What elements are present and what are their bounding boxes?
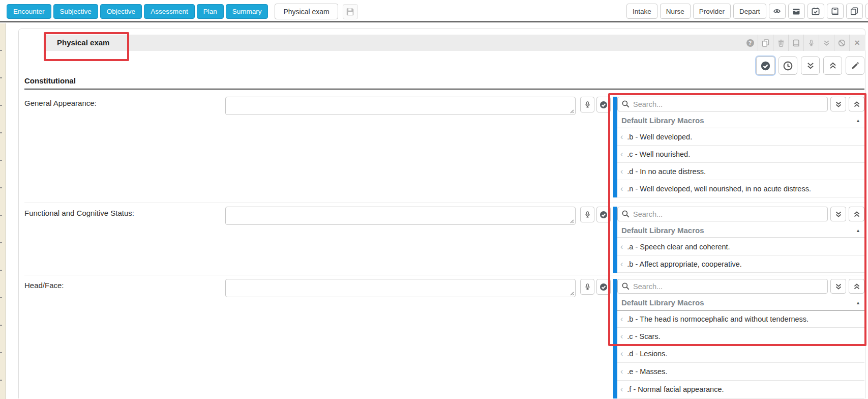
macro-item[interactable]: ‹.b - Well developed. (617, 128, 864, 146)
section-title: Physical exam (57, 35, 109, 51)
confirm-button[interactable] (596, 279, 611, 295)
search-icon (622, 210, 630, 218)
chevron-double-up-icon (829, 62, 837, 70)
book-button[interactable] (827, 4, 844, 19)
left-panel-ticks (0, 23, 2, 399)
chevron-left-icon: ‹ (620, 185, 623, 193)
chevron-left-icon: ‹ (620, 150, 623, 158)
microphone-icon (808, 39, 815, 47)
confirm-button[interactable] (596, 97, 611, 112)
tab-assessment[interactable]: Assessment (144, 4, 195, 19)
tab-encounter[interactable]: Encounter (7, 4, 51, 19)
macro-item[interactable]: ‹.a - Speech clear and coherent. (617, 238, 864, 255)
tab-objective[interactable]: Objective (100, 4, 142, 19)
help-button[interactable]: ? (742, 35, 758, 51)
depart-button[interactable]: Depart (733, 4, 766, 19)
app-root: Encounter Subjective Objective Assessmen… (0, 0, 868, 399)
macro-group-title: Default Library Macros (621, 298, 704, 307)
macro-item-label: .c - Scars. (627, 332, 660, 340)
copy-button[interactable] (846, 4, 863, 19)
calendar-check-button[interactable] (807, 4, 824, 19)
chevron-double-down-icon (823, 40, 830, 46)
row-divider (24, 275, 865, 275)
macro-search-input[interactable] (617, 207, 828, 221)
collapse-macros-button[interactable] (849, 279, 864, 294)
chevron-left-icon: ‹ (620, 367, 623, 376)
copy-icon (762, 39, 769, 47)
tab-summary[interactable]: Summary (226, 4, 268, 19)
macro-search-input[interactable] (617, 279, 828, 294)
collapse-section-button[interactable] (819, 35, 834, 51)
expand-all-button[interactable] (801, 56, 820, 75)
general-appearance-textarea[interactable] (225, 97, 576, 115)
tab-plan[interactable]: Plan (197, 4, 224, 19)
tab-subjective[interactable]: Subjective (53, 4, 98, 19)
chart-stage-buttons: Intake Nurse Provider Depart (626, 4, 868, 19)
eye-button[interactable] (769, 4, 786, 19)
close-section-button[interactable]: ✕ (849, 35, 864, 51)
macro-item[interactable]: ‹.b - The head is normocephalic and with… (617, 310, 864, 328)
check-circle-icon (600, 211, 608, 219)
head-face-textarea[interactable] (225, 279, 576, 297)
macro-group-header[interactable]: Default Library Macros ▲ (617, 295, 864, 310)
close-icon: ✕ (854, 39, 860, 47)
collapse-macros-button[interactable] (849, 207, 864, 221)
macro-item[interactable]: ‹.b - Affect appropriate, cooperative. (617, 255, 864, 273)
tab-physical-exam-active[interactable]: Physical exam (275, 4, 338, 19)
left-panel-handle[interactable] (0, 23, 6, 399)
macro-group-header[interactable]: Default Library Macros ▲ (617, 223, 864, 238)
library-button[interactable] (788, 35, 803, 51)
complete-button[interactable] (756, 56, 775, 75)
help-icon: ? (746, 39, 754, 47)
confirm-button[interactable] (596, 207, 611, 222)
chevron-left-icon: ‹ (620, 133, 623, 141)
history-button[interactable] (779, 56, 797, 75)
chevron-double-up-icon (853, 101, 860, 108)
macro-item[interactable]: ‹.n - Well developed, well nourished, in… (617, 180, 864, 197)
macro-group-title: Default Library Macros (621, 226, 704, 235)
archive-button[interactable] (788, 4, 805, 19)
macro-item[interactable]: ‹.e - Masses. (617, 363, 864, 381)
caret-up-icon: ▲ (856, 300, 860, 305)
field-label-functional-cognitive: Functional and Cognitive Status: (24, 209, 134, 217)
macro-item[interactable]: ‹.f - Normal facial appearance. (617, 381, 864, 398)
macro-item[interactable]: ‹.c - Well nourished. (617, 146, 864, 163)
macro-panel-functional-cognitive: Default Library Macros ▲ ‹.a - Speech cl… (613, 207, 864, 273)
dictate-button[interactable] (580, 97, 594, 112)
dictate-button[interactable] (580, 207, 594, 222)
functional-cognitive-textarea[interactable] (225, 207, 576, 225)
macro-item-label: .b - Well developed. (627, 133, 692, 141)
macro-item[interactable]: ‹.d - Lesions. (617, 345, 864, 363)
provider-button[interactable]: Provider (693, 4, 731, 19)
macro-item[interactable]: ‹.c - Scars. (617, 328, 864, 345)
edit-button[interactable] (846, 56, 864, 75)
intake-button[interactable]: Intake (626, 4, 657, 19)
chevron-left-icon: ‹ (620, 350, 623, 358)
row-divider (24, 203, 865, 203)
dictate-button[interactable] (580, 279, 594, 295)
eye-icon (772, 8, 782, 15)
head-face-field (225, 279, 576, 297)
search-icon (622, 100, 630, 108)
check-circle-icon (600, 283, 608, 291)
chevron-left-icon: ‹ (620, 167, 623, 176)
dictate-section-button[interactable] (803, 35, 819, 51)
expand-macros-button[interactable] (830, 279, 846, 294)
delete-section-button[interactable] (773, 35, 788, 51)
chevron-left-icon: ‹ (620, 260, 623, 268)
save-button[interactable] (343, 4, 358, 19)
collapse-macros-button[interactable] (849, 97, 864, 111)
ban-icon (838, 39, 846, 47)
disable-section-button[interactable] (834, 35, 849, 51)
bookmark-button[interactable] (865, 4, 868, 19)
nurse-button[interactable]: Nurse (660, 4, 691, 19)
expand-macros-button[interactable] (830, 207, 846, 221)
functional-cognitive-field (225, 207, 576, 225)
macro-item[interactable]: ‹.d - In no acute distress. (617, 163, 864, 180)
copy-section-button[interactable] (758, 35, 773, 51)
book-icon (792, 39, 800, 47)
expand-macros-button[interactable] (830, 97, 846, 111)
collapse-all-button[interactable] (823, 56, 842, 75)
macro-search-input[interactable] (617, 97, 828, 111)
macro-group-header[interactable]: Default Library Macros ▲ (617, 113, 864, 128)
